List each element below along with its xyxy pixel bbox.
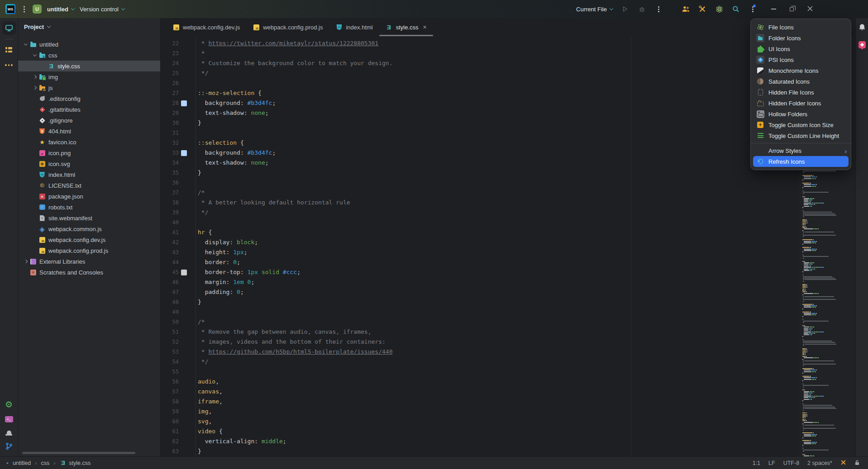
line-number[interactable]: 52 xyxy=(161,337,179,347)
line-number[interactable]: 32 xyxy=(161,138,179,148)
line-number[interactable]: 25 xyxy=(161,68,179,78)
project-tool-button[interactable] xyxy=(2,21,16,35)
services-button[interactable] xyxy=(5,429,12,436)
tree-item-gitattributes[interactable]: .gitattributes xyxy=(18,104,160,115)
git-button[interactable] xyxy=(5,442,13,452)
line-number[interactable]: 29 xyxy=(161,108,179,118)
line-number[interactable]: 38 xyxy=(161,198,179,208)
tree-item-webpack-common-js[interactable]: ◈webpack.common.js xyxy=(18,223,160,234)
line-number[interactable]: 63 xyxy=(161,446,179,456)
code-with-me-users-icon[interactable] xyxy=(681,5,690,14)
line-number[interactable]: 37 xyxy=(161,188,179,198)
line-number[interactable]: 41 xyxy=(161,227,179,237)
menu-item-toggle-custom-line-height[interactable]: Toggle Custom Line Height xyxy=(751,130,851,141)
project-widget[interactable]: untitled xyxy=(47,6,74,13)
close-tab-icon[interactable]: × xyxy=(423,24,427,30)
status-lock-icon[interactable] xyxy=(854,460,860,467)
line-number[interactable]: 47 xyxy=(161,287,179,297)
line-number[interactable]: 35 xyxy=(161,168,179,178)
line-number[interactable]: 30 xyxy=(161,118,179,128)
settings-button[interactable]: ⚙ xyxy=(5,400,13,409)
line-number[interactable]: 36 xyxy=(161,178,179,188)
breadcrumb-css[interactable]: css xyxy=(41,460,49,466)
line-number[interactable]: 62 xyxy=(161,436,179,446)
more-tool-windows-button[interactable] xyxy=(2,58,16,72)
color-swatch[interactable] xyxy=(181,100,187,106)
restore-button[interactable] xyxy=(790,7,794,11)
line-number[interactable]: 59 xyxy=(161,407,179,417)
structure-tool-button[interactable] xyxy=(2,43,16,57)
line-number[interactable]: 60 xyxy=(161,417,179,426)
debug-button[interactable] xyxy=(637,5,646,14)
run-button[interactable] xyxy=(620,5,630,14)
line-number[interactable]: 23 xyxy=(161,48,179,58)
line-number[interactable]: 27 xyxy=(161,88,179,98)
settings-menu-icon[interactable] xyxy=(748,5,757,14)
line-number[interactable]: 42 xyxy=(161,237,179,247)
tree-item-img[interactable]: img xyxy=(18,71,160,82)
more-run-actions[interactable] xyxy=(654,5,663,14)
menu-item-hidden-file-icons[interactable]: Hidden File Icons xyxy=(751,87,851,98)
tree-item-webpack-config-dev-js[interactable]: JSwebpack.config.dev.js xyxy=(18,234,160,245)
plugin-atom-icon[interactable] xyxy=(715,5,724,14)
line-number[interactable]: 46 xyxy=(161,277,179,287)
menu-item-saturated-icons[interactable]: Saturated Icons xyxy=(751,76,851,87)
tree-item-editorconfig[interactable]: .editorconfig xyxy=(18,93,160,104)
tab-style-css[interactable]: Ǝstyle.css× xyxy=(379,18,433,36)
color-swatch[interactable] xyxy=(181,270,187,275)
menu-item-hidden-folder-icons[interactable]: Hidden Folder Icons xyxy=(751,98,851,109)
tree-item-untitled[interactable]: untitled xyxy=(18,39,160,50)
tree-item-site-webmanifest[interactable]: ≡site.webmanifest xyxy=(18,213,160,223)
line-number[interactable]: 49 xyxy=(161,307,179,317)
status-tools-icon[interactable] xyxy=(840,460,846,467)
tools-wrench-icon[interactable] xyxy=(698,5,707,14)
tree-item-scratches-and-consoles[interactable]: ≡Scratches and Consoles xyxy=(18,267,160,278)
tree-item-js[interactable]: js xyxy=(18,82,160,93)
menu-item-monochrome-icons[interactable]: Monochrome Icons xyxy=(751,65,851,76)
run-config-selector[interactable]: Current File xyxy=(576,6,613,13)
color-swatch[interactable] xyxy=(181,150,187,156)
notifications-button[interactable] xyxy=(858,24,866,33)
tree-item-license-txt[interactable]: ©LICENSE.txt xyxy=(18,180,160,191)
tree-item-package-json[interactable]: npackage.json xyxy=(18,191,160,202)
terminal-button[interactable]: >_ xyxy=(5,416,13,422)
minimize-button[interactable] xyxy=(771,9,776,9)
close-button[interactable] xyxy=(807,5,813,13)
tree-item-index-html[interactable]: <>index.html xyxy=(18,169,160,180)
menu-item-toggle-custom-icon-size[interactable]: +Toggle Custom Icon Size xyxy=(751,119,851,130)
tree-item-external-libraries[interactable]: External Libraries xyxy=(18,256,160,267)
line-number[interactable]: 57 xyxy=(161,387,179,397)
line-number[interactable]: 61 xyxy=(161,426,179,436)
tree-item-icon-svg[interactable]: ∗icon.svg xyxy=(18,158,160,169)
menu-item-arrow-styles[interactable]: Arrow Styles xyxy=(751,145,851,156)
line-number[interactable]: 26 xyxy=(161,78,179,88)
menu-item-ui-icons[interactable]: UI Icons xyxy=(751,43,851,54)
line-number[interactable]: 56 xyxy=(161,377,179,387)
breadcrumb-style-css[interactable]: Ǝstyle.css xyxy=(59,460,91,467)
horizontal-scrollbar[interactable] xyxy=(22,452,135,454)
line-number[interactable]: 31 xyxy=(161,128,179,138)
chevron-expanded-icon[interactable] xyxy=(33,52,36,56)
ai-assistant-button[interactable] xyxy=(858,41,866,48)
breadcrumb-untitled[interactable]: untitled xyxy=(13,460,31,466)
line-number[interactable]: 22 xyxy=(161,38,179,48)
tree-item-gitignore[interactable]: .gitignore xyxy=(18,115,160,126)
line-number[interactable]: 48 xyxy=(161,297,179,307)
line-number[interactable]: 53 xyxy=(161,347,179,357)
line-number[interactable]: 39 xyxy=(161,208,179,218)
line-number[interactable]: 34 xyxy=(161,158,179,168)
menu-item-refresh-icons[interactable]: Refresh Icons xyxy=(753,156,849,167)
tree-item-404-html[interactable]: 5404.html xyxy=(18,126,160,137)
tree-item-css[interactable]: css xyxy=(18,50,160,61)
line-number[interactable]: 51 xyxy=(161,327,179,337)
line-number[interactable]: 40 xyxy=(161,218,179,227)
tab-webpack-config-prod-js[interactable]: JSwebpack.config.prod.js xyxy=(246,18,329,36)
status-1-1[interactable]: 1:1 xyxy=(753,460,760,466)
status-lf[interactable]: LF xyxy=(768,460,775,466)
search-everywhere-icon[interactable] xyxy=(731,5,740,14)
status-2-spaces[interactable]: 2 spaces* xyxy=(807,460,832,466)
line-number[interactable]: 45 xyxy=(161,267,179,277)
line-number[interactable]: 54 xyxy=(161,357,179,367)
line-number[interactable]: 55 xyxy=(161,367,179,377)
line-number[interactable]: 28 xyxy=(161,98,179,108)
